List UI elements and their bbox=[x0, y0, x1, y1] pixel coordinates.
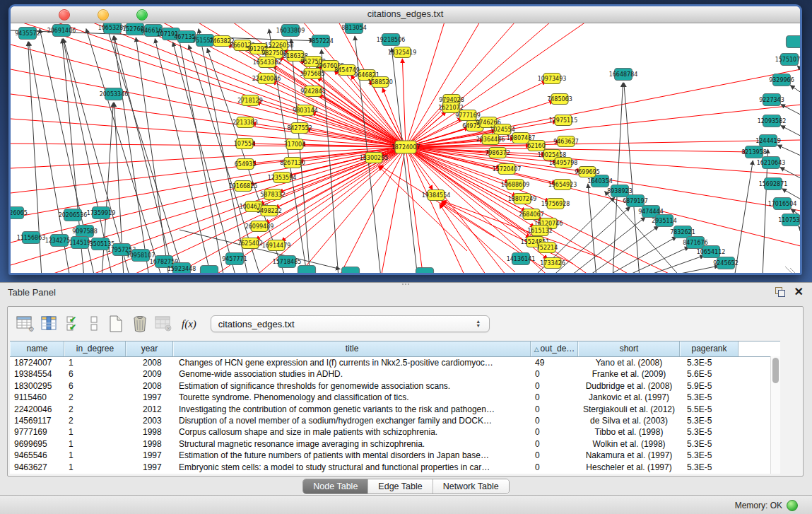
column-header-short[interactable]: short bbox=[578, 341, 680, 356]
network-node[interactable]: 7485063 bbox=[547, 94, 572, 105]
network-node[interactable]: 17016504 bbox=[768, 198, 797, 210]
svg-text:2684067: 2684067 bbox=[519, 211, 544, 218]
network-node[interactable]: 15751074 bbox=[775, 54, 800, 66]
network-node[interactable]: 9227343 bbox=[759, 94, 784, 106]
window-titlebar[interactable]: citations_edges.txt bbox=[11, 6, 800, 23]
cell-in_degree: 2 bbox=[64, 392, 126, 403]
show-column-icon[interactable] bbox=[39, 313, 60, 335]
network-node[interactable]: 20364486 bbox=[476, 134, 505, 145]
network-node[interactable]: 1244419 bbox=[755, 135, 781, 147]
column-header-in_degree[interactable]: in_degree bbox=[64, 341, 126, 356]
network-node[interactable]: 9245652 bbox=[713, 257, 739, 269]
network-node[interactable]: 7625402 bbox=[237, 238, 263, 249]
column-header-out_de[interactable]: △out_de… bbox=[531, 341, 578, 356]
network-node[interactable]: 7986372 bbox=[485, 148, 510, 158]
cell-year: 1997 bbox=[126, 450, 173, 461]
network-node[interactable]: 1107533 bbox=[778, 214, 800, 226]
network-node[interactable]: 14136141 bbox=[507, 253, 536, 265]
function-builder-icon[interactable]: f(x) bbox=[182, 318, 196, 330]
network-node[interactable]: 62160 bbox=[527, 141, 545, 151]
network-node[interactable]: 16648784 bbox=[609, 69, 638, 81]
network-node[interactable]: 19218506 bbox=[377, 34, 406, 46]
svg-text:15720407: 15720407 bbox=[493, 166, 522, 173]
table-row[interactable]: 969969511998Structural magnetic resonanc… bbox=[10, 438, 780, 450]
network-node[interactable]: 15718485 bbox=[273, 256, 302, 268]
table-selector-dropdown[interactable]: citations_edges.txt ▲▼ bbox=[211, 315, 490, 332]
network-node[interactable] bbox=[342, 267, 360, 274]
network-node[interactable]: 12093582 bbox=[758, 115, 787, 127]
table-row[interactable]: 911546021997Tourette syndrome. Phenomeno… bbox=[10, 392, 780, 403]
network-node[interactable]: 2935114 bbox=[652, 215, 677, 227]
svg-text:7485063: 7485063 bbox=[547, 96, 572, 103]
network-node[interactable]: 7857224 bbox=[308, 35, 334, 47]
network-node[interactable]: 9457771 bbox=[222, 253, 247, 265]
network-node[interactable]: 6879197 bbox=[623, 195, 648, 207]
network-canvas[interactable]: 9435572206914061065328715276026466160107… bbox=[11, 23, 800, 273]
network-hub-node[interactable]: 18724007 bbox=[392, 141, 420, 153]
table-row[interactable]: 1872400712008Changes of HCN gene express… bbox=[10, 357, 780, 368]
table-row[interactable]: 2242004622012Investigating the contribut… bbox=[10, 404, 780, 415]
scrollbar-thumb[interactable] bbox=[772, 358, 779, 383]
table-row[interactable]: 1456911722003Disruption of a novel membe… bbox=[10, 415, 780, 426]
svg-text:18325419: 18325419 bbox=[388, 49, 417, 56]
column-header-title[interactable]: title bbox=[173, 341, 531, 356]
float-panel-icon[interactable] bbox=[775, 287, 785, 297]
network-node[interactable]: 16033809 bbox=[276, 25, 305, 37]
network-node[interactable]: 17359919 bbox=[87, 207, 116, 219]
network-node[interactable]: 8213958 bbox=[741, 146, 767, 158]
tab-network-table[interactable]: Network Table bbox=[433, 479, 509, 493]
column-header-year[interactable]: year bbox=[126, 341, 173, 356]
table-panel-header: Table Panel ✕ bbox=[0, 283, 812, 302]
network-node[interactable]: 9329966 bbox=[769, 74, 794, 86]
network-node[interactable] bbox=[416, 268, 434, 274]
memory-status-icon[interactable] bbox=[787, 500, 798, 511]
network-node[interactable]: 107554 bbox=[234, 139, 256, 149]
select-all-icon[interactable]: ✔✔ bbox=[63, 313, 84, 335]
network-node[interactable]: 9097588 bbox=[72, 226, 98, 238]
network-node[interactable]: 9435572 bbox=[15, 28, 40, 40]
network-node[interactable]: 12975115 bbox=[549, 115, 578, 126]
svg-text:16914479: 16914479 bbox=[262, 243, 291, 249]
table-row[interactable]: 1830029562008Estimation of significance … bbox=[10, 380, 780, 392]
tab-node-table[interactable]: Node Table bbox=[303, 479, 367, 493]
table-row[interactable]: 946362711997Embryonic stem cells: a mode… bbox=[10, 462, 780, 473]
column-header-pagerank[interactable]: pagerank bbox=[680, 341, 739, 356]
network-node[interactable]: 20691406 bbox=[47, 25, 76, 37]
close-panel-icon[interactable]: ✕ bbox=[794, 285, 804, 298]
network-node[interactable] bbox=[298, 266, 316, 274]
network-node[interactable]: 16914479 bbox=[262, 240, 291, 251]
network-node[interactable]: 8813054 bbox=[341, 23, 367, 34]
network-node[interactable]: 2526065 bbox=[11, 207, 28, 219]
network-node[interactable]: 15692871 bbox=[759, 178, 788, 190]
network-node[interactable]: 2213383 bbox=[233, 117, 258, 128]
new-column-icon[interactable] bbox=[105, 313, 126, 335]
network-node[interactable]: 19654923 bbox=[548, 180, 577, 190]
tab-edge-table[interactable]: Edge Table bbox=[367, 479, 432, 493]
network-node[interactable]: 11156863 bbox=[17, 232, 46, 244]
network-node[interactable]: 20206536 bbox=[59, 209, 88, 221]
clear-selection-icon[interactable] bbox=[87, 313, 102, 335]
table-row[interactable]: 977716911998Corpus callosum shape and si… bbox=[10, 426, 780, 438]
table-row[interactable]: 946554611997Estimation of the future num… bbox=[10, 450, 780, 461]
network-node[interactable] bbox=[787, 36, 801, 48]
network-node[interactable]: 752214 bbox=[536, 243, 558, 253]
column-header-name[interactable]: name bbox=[10, 341, 64, 356]
network-node[interactable]: 22420046 bbox=[252, 74, 281, 84]
network-node[interactable]: 16210643 bbox=[757, 157, 786, 169]
cell-short: de Silva et al. (2003) bbox=[578, 415, 680, 426]
cell-name: 18724007 bbox=[10, 357, 64, 368]
network-node[interactable]: 18325419 bbox=[388, 47, 417, 58]
network-node[interactable]: 10973493 bbox=[538, 74, 567, 84]
table-mode-icon[interactable]: ⚙ bbox=[15, 313, 36, 335]
network-node[interactable]: 654935 bbox=[235, 159, 257, 170]
delete-column-icon[interactable] bbox=[129, 313, 151, 335]
table-row[interactable]: 1938455462009Genome-wide association stu… bbox=[10, 368, 780, 380]
network-node[interactable]: 114519 bbox=[69, 237, 91, 249]
vertical-scrollbar[interactable] bbox=[770, 356, 780, 474]
network-node[interactable]: 2684067 bbox=[519, 209, 544, 220]
delete-table-icon[interactable]: ✕ bbox=[153, 313, 175, 335]
network-node[interactable]: 317004 bbox=[284, 139, 306, 150]
network-node[interactable]: 20053346 bbox=[100, 88, 129, 100]
network-node[interactable]: 9463627 bbox=[553, 136, 579, 147]
network-node[interactable] bbox=[201, 266, 218, 274]
